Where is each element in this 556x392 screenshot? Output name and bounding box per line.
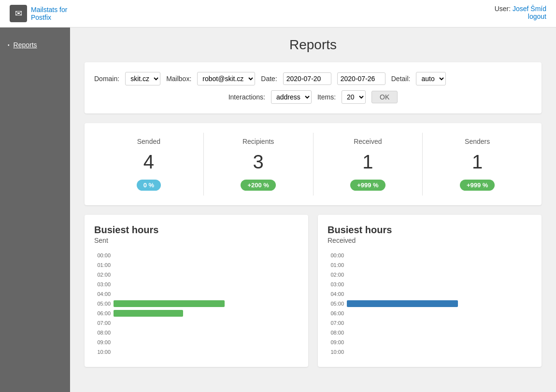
bar-track [114,329,299,336]
bar-track [114,310,299,317]
bar-row: 05:00 [328,299,532,308]
stat-col: Recipients 3 +200 % [204,133,314,196]
stat-value: 4 [94,151,203,173]
interactions-label: Interactions: [228,93,265,101]
stat-col: Senders 1 +999 % [423,133,532,196]
chart-sent-subtitle: Sent [94,237,299,244]
sidebar-item-reports[interactable]: • Reports [0,37,70,53]
bar-row: 06:00 [328,309,532,318]
chart-received-title: Busiest hours [328,224,532,236]
bar-track [347,291,532,297]
date-from-input[interactable] [283,72,331,85]
bar-track [114,291,299,297]
logo-text: Mailstats for Postfix [31,6,67,21]
header: ✉ Mailstats for Postfix User: Josef Šmíd… [0,0,556,28]
page-title: Reports [85,37,542,53]
bar-row: 02:00 [328,270,532,279]
user-info: User: Josef Šmíd logout [495,5,546,20]
chart-received-subtitle: Received [328,237,532,244]
bar-track [114,281,299,288]
bar-track [347,349,532,355]
app-link2[interactable]: Postfix [31,14,51,21]
bar-label: 02:00 [328,272,347,278]
bar-label: 01:00 [328,262,347,268]
bar-track [347,300,532,307]
bar-track [114,339,299,346]
received-bar-chart: 00:00 01:00 02:00 03:00 [328,251,532,356]
chart-sent-title: Busiest hours [94,224,299,236]
bar-row: 08:00 [328,328,532,337]
stat-label: Received [314,138,423,145]
stat-label: Sended [94,138,203,145]
stats-card: Sended 4 0 % Recipients 3 +200 % Receive… [85,123,542,205]
bar-track [114,262,299,268]
mailbox-select[interactable]: robot@skit.cz [197,72,255,85]
bar-track [114,349,299,355]
stat-badge: 0 % [137,180,161,191]
bar-label: 00:00 [94,252,114,258]
sidebar: • Reports [0,28,70,392]
bar-label: 07:00 [94,320,114,326]
logo-icon: ✉ [10,5,27,22]
stat-value: 3 [204,151,313,173]
stat-label: Recipients [204,138,313,145]
bar-track [114,320,299,326]
stat-value: 1 [314,151,423,173]
bar-track [347,310,532,317]
bar-row: 09:00 [94,338,299,347]
bar-track [347,329,532,336]
bar-label: 02:00 [94,272,114,278]
bar-track [347,262,532,268]
items-select[interactable]: 20 [342,90,366,104]
bar-row: 10:00 [328,348,532,356]
bar-label: 09:00 [328,339,347,345]
bar-label: 10:00 [94,349,114,355]
detail-select[interactable]: auto [416,72,446,85]
bar-label: 08:00 [328,330,347,336]
stat-badge: +999 % [460,180,495,191]
ok-button[interactable]: OK [371,91,398,103]
charts-row: Busiest hours Sent 00:00 01:00 02:00 03:… [85,215,542,367]
bar-label: 04:00 [94,291,114,297]
stat-badge: +999 % [350,180,385,191]
bar-row: 07:00 [94,319,299,327]
bar-track [347,339,532,346]
bar-fill [347,300,458,307]
sidebar-bullet: • [8,42,10,48]
bar-row: 00:00 [328,251,532,260]
bar-row: 10:00 [94,348,299,356]
bar-row: 05:00 [94,299,299,308]
chart-sent: Busiest hours Sent 00:00 01:00 02:00 03:… [85,215,308,367]
bar-fill [114,300,225,307]
interactions-select[interactable]: address [271,90,312,104]
bar-fill [114,310,183,317]
user-name-link[interactable]: Josef Šmíd [513,5,546,13]
bar-label: 05:00 [328,301,347,307]
detail-label: Detail: [391,75,411,83]
bar-track [114,271,299,278]
bar-label: 04:00 [328,291,347,297]
stat-col: Sended 4 0 % [94,133,204,196]
date-to-input[interactable] [337,72,385,85]
bar-label: 07:00 [328,320,347,326]
bar-track [114,300,299,307]
bar-row: 03:00 [94,280,299,289]
chart-received: Busiest hours Received 00:00 01:00 02:00… [318,215,542,367]
domain-select[interactable]: skit.cz [125,72,160,85]
logo: ✉ Mailstats for Postfix [10,5,67,22]
main-content: Reports Domain: skit.cz Mailbox: robot@s… [70,28,556,392]
mailbox-label: Mailbox: [166,75,191,83]
bar-row: 02:00 [94,270,299,279]
stat-label: Senders [423,138,532,145]
bar-row: 01:00 [328,261,532,269]
sidebar-reports-link[interactable]: Reports [14,41,37,49]
bar-label: 06:00 [328,310,347,316]
app-link[interactable]: Mailstats for [31,6,67,14]
bar-label: 09:00 [94,339,114,345]
sent-bar-chart: 00:00 01:00 02:00 03:00 [94,251,299,356]
bar-track [347,252,532,259]
stat-col: Received 1 +999 % [314,133,423,196]
logout-link[interactable]: logout [528,13,546,20]
stat-badge: +200 % [241,180,275,191]
bar-label: 05:00 [94,301,114,307]
